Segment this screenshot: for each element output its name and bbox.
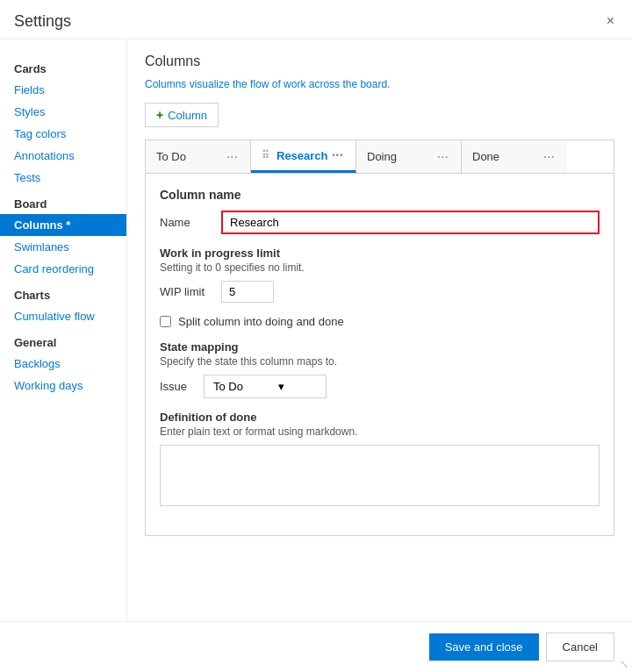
sidebar-item-fields[interactable]: Fields [0,79,126,101]
sidebar-item-backlogs[interactable]: Backlogs [0,353,126,375]
add-column-button[interactable]: + Column [145,103,219,127]
sidebar-item-working-days[interactable]: Working days [0,375,126,397]
tab-done-label: Done [472,150,499,163]
state-mapping-section: State mapping Specify the state this col… [160,340,600,398]
sidebar-section-general: General [0,327,126,353]
tab-research-menu[interactable]: ··· [330,147,345,163]
sidebar: Cards Fields Styles Tag colors Annotatio… [0,39,127,621]
wip-row: WIP limit [160,281,600,303]
sidebar-item-tag-colors[interactable]: Tag colors [0,123,126,145]
wip-title: Work in progress limit [160,247,600,260]
state-mapping-row: Issue To Do ▾ [160,375,600,398]
sidebar-item-cumulative-flow[interactable]: Cumulative flow [0,305,126,327]
column-tabs: To Do ··· ⠿ Research ··· Doing ··· [145,139,614,173]
split-checkbox-row: Split column into doing and done [160,315,600,328]
split-checkbox[interactable] [160,316,171,327]
sidebar-item-annotations[interactable]: Annotations [0,145,126,167]
close-button[interactable]: × [603,11,618,32]
split-label: Split column into doing and done [178,315,344,328]
definition-desc: Enter plain text or format using markdow… [160,425,600,438]
name-label: Name [160,216,212,229]
main-content: Columns Columns visualize the flow of wo… [127,39,632,621]
wip-label: WIP limit [160,285,212,298]
issue-label: Issue [160,380,195,393]
state-dropdown[interactable]: To Do ▾ [204,375,327,398]
page-title: Columns [145,54,614,69]
tab-doing-menu[interactable]: ··· [435,149,450,165]
name-row: Name [160,211,600,234]
sidebar-item-card-reordering[interactable]: Card reordering [0,258,126,280]
definition-textarea[interactable] [160,445,600,506]
save-and-close-button[interactable]: Save and close [429,633,539,661]
add-column-label: Column [168,109,207,122]
plus-icon: + [156,108,163,122]
tab-todo-menu[interactable]: ··· [225,149,240,165]
definition-section: Definition of done Enter plain text or f… [160,411,600,509]
wip-desc: Setting it to 0 specifies no limit. [160,261,600,274]
column-name-input[interactable] [221,211,600,234]
sidebar-section-cards: Cards [0,54,126,79]
sidebar-section-charts: Charts [0,280,126,305]
state-mapping-title: State mapping [160,340,600,354]
sidebar-item-swimlanes[interactable]: Swimlanes [0,236,126,258]
sidebar-item-columns[interactable]: Columns * [0,214,126,236]
column-name-section-title: Column name [160,188,600,202]
wip-input[interactable] [221,281,274,303]
tab-done-menu[interactable]: ··· [542,149,557,165]
chevron-down-icon: ▾ [278,380,284,393]
resize-handle[interactable]: ⤡ [620,658,628,670]
wip-section: Work in progress limit Setting it to 0 s… [160,247,600,303]
tab-doing-label: Doing [367,150,397,163]
tab-research-label: Research [276,149,328,162]
sidebar-item-tests[interactable]: Tests [0,167,126,189]
tab-todo-label: To Do [156,150,186,163]
tab-research[interactable]: ⠿ Research ··· [251,140,356,173]
drag-icon: ⠿ [262,149,269,161]
cancel-button[interactable]: Cancel [546,633,614,661]
page-subtitle: Columns visualize the flow of work acros… [145,78,614,90]
state-mapping-desc: Specify the state this column maps to. [160,355,600,368]
dialog-body: Cards Fields Styles Tag colors Annotatio… [0,39,632,621]
sidebar-item-styles[interactable]: Styles [0,101,126,123]
tab-doing[interactable]: Doing ··· [356,140,462,173]
state-value: To Do [213,380,243,393]
sidebar-section-board: Board [0,189,126,214]
definition-title: Definition of done [160,411,600,424]
column-form: Column name Name Work in progress limit … [145,173,614,536]
dialog-footer: Save and close Cancel [0,621,632,672]
tab-done[interactable]: Done ··· [462,140,567,173]
settings-dialog: Settings × Cards Fields Styles Tag color… [0,0,632,672]
dialog-title: Settings [14,12,71,31]
dialog-header: Settings × [0,0,632,39]
tab-todo[interactable]: To Do ··· [146,140,251,173]
